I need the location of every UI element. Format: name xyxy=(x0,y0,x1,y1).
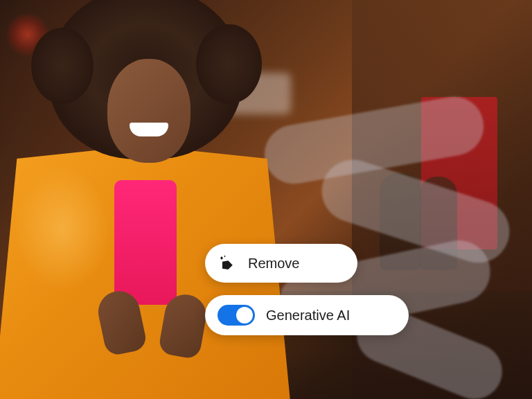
generative-ai-toggle[interactable] xyxy=(218,305,255,326)
eraser-sparkle-icon xyxy=(218,254,237,273)
generative-ai-label: Generative AI xyxy=(266,308,350,323)
brush-selection-overlay xyxy=(263,90,520,381)
tool-controls-panel: Remove Generative AI xyxy=(205,244,409,335)
generative-ai-toggle-row[interactable]: Generative AI xyxy=(205,295,409,335)
foreground-subject xyxy=(0,0,291,399)
toggle-knob xyxy=(236,307,253,323)
remove-button[interactable]: Remove xyxy=(205,244,357,283)
remove-label: Remove xyxy=(248,256,299,272)
